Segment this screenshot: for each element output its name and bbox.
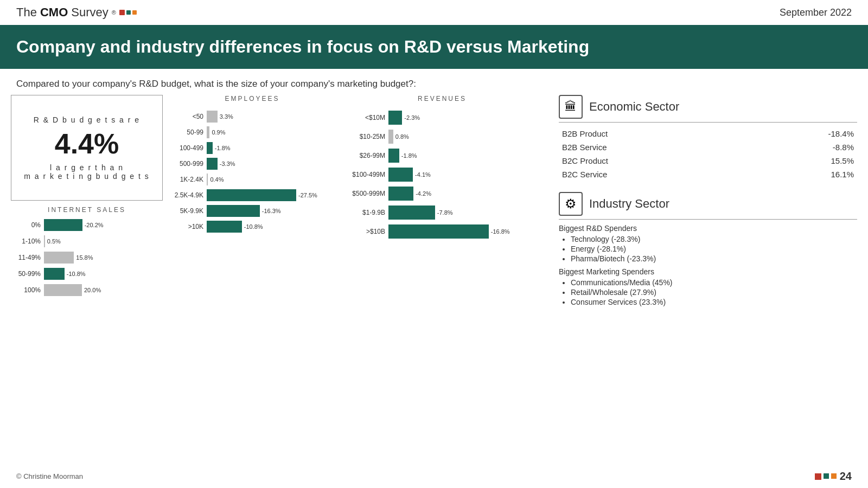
emp-bar-value: -3.3%: [220, 160, 235, 167]
logo-registered: ®: [112, 9, 116, 16]
internet-bar-row: 100%20.0%: [11, 284, 163, 296]
kpi-box: R & D b u d g e t s a r e 4.4% l a r g e…: [11, 95, 163, 201]
rev-bar-row: $26-99M-1.8%: [342, 149, 542, 163]
subtitle: Compared to your company's R&D budget, w…: [0, 69, 868, 95]
internet-bar-value: 0.5%: [47, 238, 61, 245]
eco-sector-label: B2B Product: [559, 127, 744, 140]
emp-bar-value: 0.4%: [210, 176, 224, 183]
emp-bar: [207, 111, 218, 123]
title-banner: Company and industry differences in focu…: [0, 25, 868, 69]
rev-bar: [388, 111, 402, 125]
rev-bar-label: <$10M: [342, 114, 385, 121]
emp-bar: [207, 189, 296, 201]
internet-bar-label: 0%: [11, 221, 41, 229]
logo-cmo: CMO: [40, 5, 68, 20]
eco-sector-row: B2C Service16.1%: [559, 168, 857, 181]
mkt-spenders-title: Biggest Marketing Spenders: [559, 267, 857, 276]
rev-bar-label: $100-499M: [342, 171, 385, 178]
internet-bar-label: 100%: [11, 286, 41, 294]
rev-bar-wrap: -4.1%: [388, 168, 542, 182]
mkt-spender-item: Communications/Media (45%): [571, 278, 857, 287]
emp-bar: [207, 174, 208, 185]
eco-sector-value: -18.4%: [744, 127, 857, 140]
emp-bar-wrap: -1.8%: [207, 142, 336, 154]
rev-bar: [388, 187, 413, 201]
mkt-spender-item: Consumer Services (23.3%): [571, 298, 857, 306]
employees-title: EMPLOYEES: [168, 95, 336, 102]
economic-sector-table: B2B Product-18.4%B2B Service-8.8%B2C Pro…: [559, 127, 857, 181]
revenues-title: REVENUES: [342, 95, 542, 102]
main-content: R & D b u d g e t s a r e 4.4% l a r g e…: [0, 95, 868, 431]
eco-sector-value: 16.1%: [744, 168, 857, 181]
page-number: 24: [840, 470, 852, 483]
rev-bar: [388, 168, 413, 182]
internet-bar-wrap: -10.8%: [44, 268, 86, 280]
emp-bar-value: 0.9%: [212, 129, 225, 136]
eco-sector-row: B2B Product-18.4%: [559, 127, 857, 140]
economic-sector-section: 🏛 Economic Sector B2B Product-18.4%B2B S…: [559, 95, 857, 181]
emp-bar-wrap: 0.4%: [207, 174, 336, 185]
emp-bar: [207, 158, 218, 170]
emp-bar-label: 1K-2.4K: [168, 176, 203, 183]
emp-bar-label: 500-999: [168, 160, 203, 168]
emp-bar-label: <50: [168, 113, 203, 120]
dot-orange: [132, 10, 137, 15]
emp-bar-label: 100-499: [168, 144, 203, 152]
economic-sector-title: Economic Sector: [589, 100, 679, 114]
emp-bar-wrap: 0.9%: [207, 126, 336, 138]
kpi-value: 4.4%: [22, 127, 151, 160]
panel-kpi-internet: R & D b u d g e t s a r e 4.4% l a r g e…: [11, 95, 163, 431]
internet-sales-section: INTERNET SALES 0%-20.2%1-10%0.5%11-49%15…: [11, 206, 163, 431]
rev-bar-wrap: 0.8%: [388, 130, 542, 144]
internet-bar-row: 1-10%0.5%: [11, 235, 163, 247]
revenues-chart: <$10M-2.3%$10-25M0.8%$26-99M-1.8%$100-49…: [342, 108, 542, 239]
logo: The CMO Survey ®: [16, 5, 137, 20]
eco-sector-value: 15.5%: [744, 154, 857, 168]
rev-bar-label: >$10B: [342, 228, 385, 235]
emp-bar-row: 50-990.9%: [168, 126, 336, 138]
copyright: © Christine Moorman: [16, 472, 83, 480]
emp-bar-row: 1K-2.4K0.4%: [168, 174, 336, 185]
panel-employees: EMPLOYEES <503.3%50-990.9%100-499-1.8%50…: [168, 95, 336, 431]
dot-red: [119, 10, 125, 15]
rev-bar-wrap: -7.8%: [388, 206, 542, 220]
emp-bar-row: 5K-9.9K-16.3%: [168, 205, 336, 217]
rev-bar: [388, 130, 393, 144]
panel-revenues: REVENUES <$10M-2.3%$10-25M0.8%$26-99M-1.…: [342, 95, 542, 431]
internet-bar-value: -20.2%: [85, 222, 104, 228]
rev-bar-row: $10-25M0.8%: [342, 130, 542, 144]
emp-bar-row: 2.5K-4.9K-27.5%: [168, 189, 336, 201]
rev-bar-wrap: -1.8%: [388, 149, 542, 163]
date-label: September 2022: [780, 7, 852, 18]
emp-bar-row: <503.3%: [168, 111, 336, 123]
top-bar: The CMO Survey ® September 2022: [0, 0, 868, 25]
internet-bar-value: 15.8%: [76, 254, 93, 261]
rd-spenders-title: Biggest R&D Spenders: [559, 224, 857, 233]
employees-chart: <503.3%50-990.9%100-499-1.8%500-999-3.3%…: [168, 108, 336, 233]
rev-bar-row: $100-499M-4.1%: [342, 168, 542, 182]
rev-bar: [388, 149, 399, 163]
internet-bar-label: 1-10%: [11, 237, 41, 245]
rd-spender-item: Pharma/Biotech (-23.3%): [571, 254, 857, 263]
economic-sector-header: 🏛 Economic Sector: [559, 95, 857, 123]
emp-bar-wrap: -16.3%: [207, 205, 336, 217]
eco-sector-label: B2C Service: [559, 168, 744, 181]
rev-bar-value: -16.8%: [491, 228, 510, 235]
industry-sector-section: ⚙ Industry Sector Biggest R&D Spenders T…: [559, 192, 857, 306]
internet-sales-title: INTERNET SALES: [11, 206, 163, 214]
internet-bar-value: -10.8%: [67, 271, 86, 277]
logo-survey: Survey: [71, 5, 108, 20]
internet-bar: [44, 219, 82, 231]
emp-bar-value: -1.8%: [215, 145, 231, 151]
internet-bar: [44, 252, 74, 264]
logo-the: The: [16, 5, 37, 20]
rev-bar-value: -1.8%: [401, 152, 417, 159]
emp-bar-label: 50-99: [168, 129, 203, 136]
internet-bar-wrap: -20.2%: [44, 219, 104, 231]
rd-spenders-list: Technology (-28.3%)Energy (-28.1%)Pharma…: [559, 235, 857, 263]
emp-bar-value: -27.5%: [298, 192, 317, 198]
mkt-spender-item: Retail/Wholesale (27.9%): [571, 288, 857, 297]
rev-bar-label: $500-999M: [342, 190, 385, 197]
rev-bar-value: -4.1%: [415, 171, 431, 178]
rev-bar-label: $10-25M: [342, 133, 385, 140]
